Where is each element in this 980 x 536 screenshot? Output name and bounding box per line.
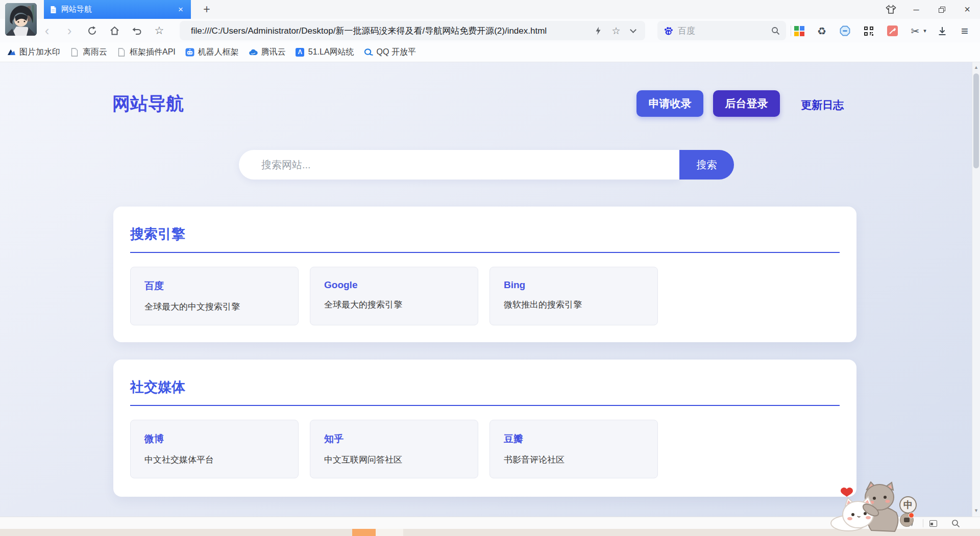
tshirt-icon <box>886 5 896 14</box>
bookmark-item[interactable]: 离雨云 <box>70 47 107 58</box>
site-search-button[interactable]: 搜索 <box>679 150 734 180</box>
site-card-name: 知乎 <box>324 432 464 446</box>
section-search-engines: 搜索引擎 百度 全球最大的中文搜索引擎 Google 全球最大的搜索引擎 Bin… <box>113 207 856 342</box>
site-card-desc: 全球最大的搜索引擎 <box>324 299 464 311</box>
search-icon[interactable] <box>771 27 780 35</box>
site-card-name: Bing <box>504 279 644 291</box>
section-title: 搜索引擎 <box>130 225 840 253</box>
address-dropdown-icon[interactable] <box>627 25 639 36</box>
page-favicon-icon <box>50 6 57 14</box>
recycle-extension-button[interactable]: ♻ <box>815 24 829 38</box>
restore-button[interactable] <box>929 0 954 19</box>
tab-title: 网站导航 <box>61 5 177 14</box>
side-panel-icon <box>929 520 937 527</box>
quick-search-box[interactable]: 百度 <box>657 21 786 40</box>
site-card[interactable]: 微博 中文社交媒体平台 <box>130 420 299 478</box>
site-card-name: 豆瓣 <box>504 432 644 446</box>
robot-icon <box>185 47 194 57</box>
toolbar-separator <box>791 25 791 36</box>
scroll-down-icon[interactable]: ▼ <box>972 508 980 513</box>
forward-button[interactable]: › <box>62 23 77 38</box>
bottom-bar-separator <box>923 519 923 527</box>
home-button[interactable] <box>107 23 121 38</box>
taskbar-orange-segment <box>352 529 376 536</box>
home-icon <box>109 25 120 36</box>
favorites-button[interactable]: ☆ <box>152 23 166 38</box>
back-button[interactable]: ‹ <box>40 23 54 38</box>
undo-arrow-icon <box>132 26 142 36</box>
close-button[interactable]: × <box>954 0 980 19</box>
scissors-dropdown-icon[interactable]: ▾ <box>921 24 928 38</box>
apply-inclusion-button[interactable]: 申请收录 <box>636 90 703 117</box>
quick-search-placeholder: 百度 <box>678 25 771 37</box>
download-button[interactable] <box>935 24 949 38</box>
bookmark-item[interactable]: 图片加水印 <box>7 47 60 58</box>
cloud-icon <box>249 47 258 57</box>
bookmarks-bar: 图片加水印 离雨云 框架插件API <box>0 42 980 62</box>
scroll-up-icon[interactable]: ▲ <box>972 65 980 70</box>
user-avatar[interactable] <box>5 3 37 36</box>
site-card-name: 微博 <box>144 432 284 446</box>
refresh-icon <box>87 25 97 36</box>
scrollbar-thumb[interactable] <box>973 73 979 168</box>
baidu-logo-icon <box>664 26 673 36</box>
qrcode-icon <box>864 26 874 36</box>
browser-window: 网站导航 × + – × ‹ › <box>0 0 980 536</box>
tab-active[interactable]: 网站导航 × <box>44 0 191 19</box>
page-zoom-search-button[interactable] <box>950 519 961 528</box>
tab-close-icon[interactable]: × <box>177 5 185 15</box>
screenshot-scissors-button[interactable]: ✂ <box>908 24 922 38</box>
translate-button[interactable]: 中 <box>899 496 917 514</box>
card-row: 百度 全球最大的中文搜索引擎 Google 全球最大的搜索引擎 Bing 微软推… <box>130 267 840 325</box>
site-card[interactable]: 百度 全球最大的中文搜索引擎 <box>130 267 299 325</box>
site-card[interactable]: 知乎 中文互联网问答社区 <box>310 420 478 478</box>
adblock-extension-button[interactable] <box>838 24 852 38</box>
download-icon <box>937 26 947 36</box>
avatar-image <box>5 3 37 36</box>
page-icon <box>70 47 79 57</box>
site-search-input[interactable] <box>239 150 679 180</box>
refresh-button[interactable] <box>85 23 99 38</box>
adblock-icon <box>840 25 850 36</box>
changelog-link[interactable]: 更新日志 <box>801 98 844 112</box>
admin-login-button[interactable]: 后台登录 <box>713 90 780 117</box>
cleaner-extension-button[interactable] <box>885 24 899 38</box>
title-bar: 网站导航 × + – × <box>0 0 980 19</box>
site-card-desc: 中文社交媒体平台 <box>144 454 284 466</box>
menu-button[interactable]: ≡ <box>958 24 972 38</box>
qrcode-button[interactable] <box>862 24 876 38</box>
address-bar[interactable]: ☆ <box>180 21 645 40</box>
magnifier-icon <box>951 519 960 528</box>
minimize-button[interactable]: – <box>903 0 929 19</box>
restore-icon <box>939 7 945 13</box>
site-card[interactable]: Google 全球最大的搜索引擎 <box>310 267 478 325</box>
site-card[interactable]: 豆瓣 书影音评论社区 <box>489 420 658 478</box>
restore-tab-button[interactable] <box>130 23 144 38</box>
side-panel-button[interactable] <box>928 519 938 528</box>
bookmark-item[interactable]: 框架插件API <box>117 47 176 58</box>
site-title: 网站导航 <box>112 92 184 116</box>
bookmark-item[interactable]: QQ 开放平 <box>364 47 416 58</box>
section-social-media: 社交媒体 微博 中文社交媒体平台 知乎 中文互联网问答社区 豆瓣 书影音评论社区 <box>113 360 856 497</box>
url-input[interactable] <box>191 21 594 40</box>
notification-badge[interactable] <box>900 513 914 527</box>
bookmark-item[interactable]: Λ 51.LA网站统 <box>296 47 354 58</box>
bookmark-item[interactable]: 腾讯云 <box>249 47 286 58</box>
site-card-desc: 微软推出的搜索引擎 <box>504 299 644 311</box>
page-scrollbar[interactable]: ▲ ▼ <box>972 62 980 517</box>
theme-skin-button[interactable] <box>878 0 903 19</box>
watermark-logo-icon <box>7 47 16 57</box>
site-card-name: Google <box>324 279 464 291</box>
extension-grid-button[interactable] <box>792 24 806 38</box>
color-grid-icon <box>794 26 804 36</box>
card-row: 微博 中文社交媒体平台 知乎 中文互联网问答社区 豆瓣 书影音评论社区 <box>130 420 840 478</box>
taskbar-light-segment <box>376 529 403 536</box>
new-tab-button[interactable]: + <box>199 2 214 17</box>
page-icon <box>117 47 126 57</box>
red-dot-indicator <box>909 513 914 518</box>
bookmark-item[interactable]: 机器人框架 <box>185 47 239 58</box>
site-card[interactable]: Bing 微软推出的搜索引擎 <box>489 267 658 325</box>
51la-logo-icon: Λ <box>296 47 305 57</box>
bookmark-star-icon[interactable]: ☆ <box>610 25 622 36</box>
flash-save-icon[interactable] <box>592 25 604 36</box>
